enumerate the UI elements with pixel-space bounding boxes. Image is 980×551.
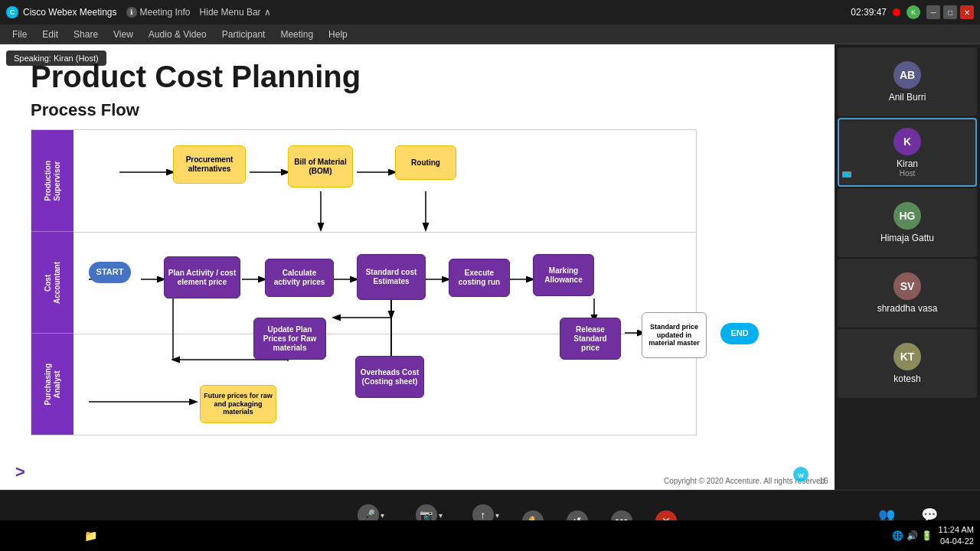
slide-subtitle: Process Flow: [31, 100, 804, 120]
node-routing: Routing: [395, 145, 456, 180]
menu-view[interactable]: View: [107, 28, 139, 41]
slide-number: 16: [819, 476, 828, 485]
taskbar-file-explorer[interactable]: 📁: [80, 525, 101, 546]
svg-text:W: W: [798, 472, 804, 479]
node-bom: Bill of Material (BOM): [288, 145, 353, 187]
participant-name-shraddha: shraddha vasa: [877, 303, 938, 314]
cisco-logo: C: [6, 6, 18, 18]
top-bar-left: C Cisco Webex Meetings ℹ Meeting Info Hi…: [6, 6, 271, 18]
battery-icon: 🔋: [921, 530, 933, 541]
participant-role-kiran: Host: [900, 169, 916, 178]
taskbar-time-value: 11:24 AM: [939, 524, 974, 536]
node-start: START: [89, 262, 131, 283]
meeting-info-button[interactable]: ℹ Meeting Info: [126, 7, 191, 18]
user-avatar-topbar: K: [906, 5, 920, 19]
menu-file[interactable]: File: [6, 28, 33, 41]
menu-help[interactable]: Help: [322, 28, 354, 41]
slide-title: Product Cost Planning: [31, 60, 804, 94]
taskbar-search[interactable]: ○: [31, 525, 52, 546]
speaking-badge: Speaking: Kiran (Host): [6, 51, 106, 66]
node-std-price-master: Standard price updated in material maste…: [642, 312, 707, 358]
taskbar-time: 11:24 AM 04-04-22: [939, 524, 974, 548]
taskbar-edge[interactable]: e: [129, 525, 150, 546]
node-calc-activity: Calculate activity prices: [265, 259, 334, 297]
participant-avatar-kotesh: KT: [893, 343, 921, 370]
sys-icons: 🌐 🔊 🔋: [892, 530, 933, 541]
nav-arrow[interactable]: >: [15, 462, 25, 482]
screen-share-icon: [842, 168, 853, 182]
meeting-info-icon: ℹ: [126, 7, 137, 18]
participant-card-anil: AB Anil Burri: [838, 47, 977, 116]
flow-diagram: ProductionSupervisor CostAccountant Purc…: [31, 129, 697, 435]
node-end: END: [720, 323, 759, 344]
flow-area: START Procurement alternatives Bill of M…: [74, 130, 696, 435]
participants-panel: AB Anil Burri K Kiran Host HG Himaja Gat…: [835, 44, 980, 490]
swim-lane-production-label: ProductionSupervisor: [44, 161, 62, 201]
node-execute-costing: Execute costing run: [449, 259, 510, 297]
node-future-prices: Future prices for raw and packaging mate…: [200, 385, 276, 423]
taskbar-right: 🌐 🔊 🔋 11:24 AM 04-04-22: [892, 524, 974, 548]
volume-icon: 🔊: [906, 530, 918, 541]
taskbar: ⊞ ○ ⧉ 📁 ✉ e ◉ W T ⬡ 🌐 🔊 🔋 11:24 AM 04-04…: [0, 520, 980, 551]
taskbar-date-value: 04-04-22: [939, 536, 974, 547]
participant-avatar-himaja: HG: [893, 202, 921, 230]
node-std-estimates: Standard cost Estimates: [357, 254, 426, 300]
unmute-chevron: ▾: [381, 511, 384, 520]
chevron-up-icon: ∧: [264, 7, 271, 18]
participant-name-anil: Anil Burri: [889, 92, 926, 103]
network-icon: 🌐: [892, 530, 903, 541]
maximize-button[interactable]: □: [943, 5, 957, 19]
swim-lane-production: ProductionSupervisor: [31, 130, 74, 232]
node-overheads: Overheads Cost (Costing sheet): [355, 356, 424, 398]
menu-bar: File Edit Share View Audio & Video Parti…: [0, 24, 980, 44]
menu-audio-video[interactable]: Audio & Video: [142, 28, 213, 41]
taskbar-start[interactable]: ⊞: [6, 525, 28, 546]
participant-name-himaja: Himaja Gattu: [880, 233, 934, 243]
participant-name-kiran: Kiran: [897, 158, 918, 169]
webex-logo: W: [792, 465, 810, 487]
node-procurement: Procurement alternatives: [173, 145, 246, 184]
top-bar: C Cisco Webex Meetings ℹ Meeting Info Hi…: [0, 0, 980, 24]
taskbar-mail[interactable]: ✉: [104, 525, 126, 546]
swim-lane-cost: CostAccountant: [31, 232, 74, 334]
hide-menu-button[interactable]: Hide Menu Bar ∧: [200, 7, 271, 18]
app-name-label: Cisco Webex Meetings: [23, 7, 117, 18]
participant-avatar-shraddha: SV: [893, 272, 921, 300]
video-chevron: ▾: [439, 511, 443, 520]
node-update-plan: Update Plan Prices for Raw materials: [253, 318, 326, 360]
top-bar-right: 02:39:47 K ─ □ ✕: [851, 5, 974, 19]
participant-name-kotesh: kotesh: [893, 373, 920, 384]
recording-indicator: [893, 8, 900, 16]
taskbar-task-view[interactable]: ⧉: [55, 525, 77, 546]
main-layout: Speaking: Kiran (Host) Product Cost Plan…: [0, 44, 980, 490]
presentation-area: Speaking: Kiran (Host) Product Cost Plan…: [0, 44, 835, 490]
node-plan-activity: Plan Activity / cost element price: [164, 256, 240, 298]
taskbar-webex[interactable]: ⬡: [227, 525, 248, 546]
hide-menu-label: Hide Menu Bar: [200, 7, 261, 18]
meeting-info-label: Meeting Info: [140, 7, 191, 18]
window-controls: ─ □ ✕: [926, 5, 974, 19]
participant-card-himaja: HG Himaja Gattu: [838, 188, 977, 257]
app-title: C Cisco Webex Meetings: [6, 6, 117, 18]
slide-content: Product Cost Planning Process Flow Produ…: [0, 44, 835, 490]
participant-card-kiran: K Kiran Host: [838, 118, 977, 187]
share-chevron: ▾: [495, 511, 499, 520]
taskbar-teams[interactable]: T: [202, 525, 224, 546]
swim-lane-purchasing: PurchasingAnalyst: [31, 334, 74, 435]
participant-card-shraddha: SV shraddha vasa: [838, 259, 977, 328]
swim-lane-labels: ProductionSupervisor CostAccountant Purc…: [31, 130, 74, 435]
menu-meeting[interactable]: Meeting: [274, 28, 319, 41]
menu-share[interactable]: Share: [67, 28, 104, 41]
close-button[interactable]: ✕: [960, 5, 974, 19]
taskbar-chrome[interactable]: ◉: [153, 525, 175, 546]
taskbar-word[interactable]: W: [178, 525, 199, 546]
lane-divider-1: [74, 232, 696, 233]
menu-participant[interactable]: Participant: [216, 28, 272, 41]
minimize-button[interactable]: ─: [926, 5, 940, 19]
menu-edit[interactable]: Edit: [36, 28, 64, 41]
participant-avatar-kiran: K: [893, 128, 921, 155]
node-marking: Marking Allowance: [533, 254, 594, 296]
svg-rect-3: [844, 173, 850, 177]
swim-lane-purchasing-label: PurchasingAnalyst: [44, 364, 62, 405]
node-release-std: Release Standard price: [560, 318, 621, 360]
